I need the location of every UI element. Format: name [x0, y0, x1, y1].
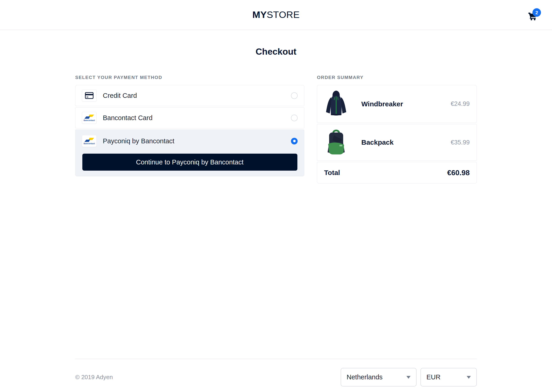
- payment-option-label: Bancontact Card: [103, 114, 153, 122]
- logo-text-bold: MY: [252, 9, 267, 20]
- bancontact-card-radio[interactable]: [291, 115, 298, 121]
- cart-icon: [528, 17, 537, 21]
- bancontact-logo-text: Bancontact: [83, 143, 95, 145]
- payment-option-payconiq[interactable]: Bancontact Payconiq by Bancontact Contin…: [75, 130, 304, 176]
- order-summary-section: ORDER SUMMARY Windbreaker: [317, 75, 477, 185]
- bancontact-logo-text: Bancontact: [83, 119, 95, 121]
- order-item-backpack: Backpack €35.99: [317, 124, 477, 161]
- total-label: Total: [324, 169, 340, 177]
- payment-section-title: SELECT YOUR PAYMENT METHOD: [75, 75, 304, 80]
- header: MYSTORE 2: [0, 0, 552, 30]
- product-name: Windbreaker: [361, 100, 403, 108]
- credit-card-radio[interactable]: [291, 92, 298, 99]
- cart-button[interactable]: 2: [528, 10, 539, 21]
- product-price: €35.99: [450, 139, 470, 146]
- currency-select[interactable]: EUR: [421, 368, 477, 386]
- logo-text-light: STORE: [267, 9, 300, 20]
- payment-option-credit-card[interactable]: Credit Card: [75, 85, 304, 106]
- copyright-text: © 2019 Adyen: [75, 374, 113, 381]
- country-select-value: Netherlands: [347, 373, 383, 381]
- chevron-down-icon: [407, 376, 411, 379]
- page-title: Checkout: [75, 30, 477, 57]
- continue-button[interactable]: Continue to Payconiq by Bancontact: [82, 154, 298, 171]
- store-logo[interactable]: MYSTORE: [252, 9, 300, 20]
- windbreaker-product-image: [324, 89, 348, 119]
- country-select[interactable]: Netherlands: [341, 368, 416, 386]
- total-value: €60.98: [447, 168, 470, 177]
- order-item-windbreaker: Windbreaker €24.99: [317, 85, 477, 123]
- payment-methods-section: SELECT YOUR PAYMENT METHOD Credit Card: [75, 75, 304, 177]
- payment-option-label: Payconiq by Bancontact: [103, 137, 174, 145]
- order-summary-title: ORDER SUMMARY: [317, 75, 477, 80]
- bancontact-logo-icon: Bancontact: [82, 112, 97, 124]
- payment-option-bancontact-card[interactable]: Bancontact Bancontact Card: [75, 107, 304, 128]
- order-total-row: Total €60.98: [317, 162, 477, 183]
- currency-select-value: EUR: [426, 373, 440, 381]
- credit-card-icon: [82, 90, 97, 102]
- payment-option-label: Credit Card: [103, 92, 137, 99]
- backpack-product-image: [324, 127, 348, 157]
- product-price: €24.99: [450, 100, 470, 107]
- main-content: Checkout SELECT YOUR PAYMENT METHOD Cred…: [75, 30, 477, 185]
- bancontact-logo-icon: Bancontact: [82, 135, 97, 147]
- product-name: Backpack: [361, 139, 393, 146]
- chevron-down-icon: [467, 376, 471, 379]
- cart-count-badge: 2: [532, 8, 541, 17]
- footer: © 2019 Adyen Netherlands EUR: [75, 359, 477, 392]
- payconiq-radio-selected[interactable]: [291, 138, 298, 144]
